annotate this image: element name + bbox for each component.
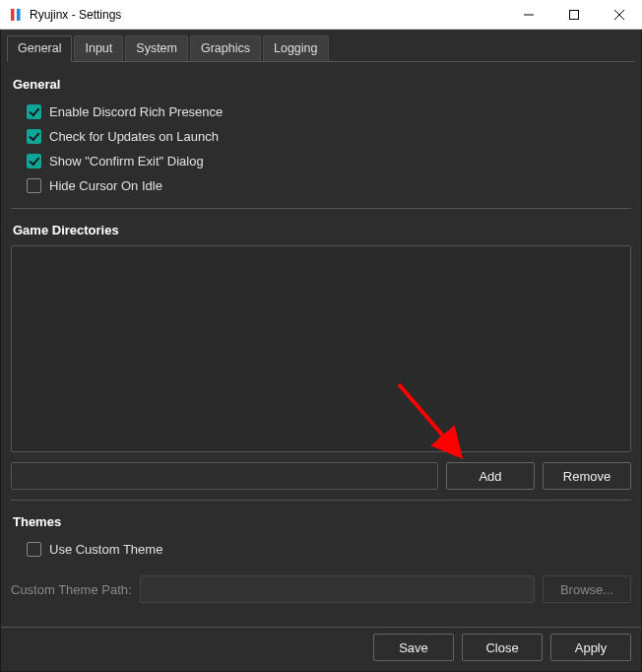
- checkbox-hide-cursor[interactable]: [27, 178, 41, 193]
- option-custom-theme-label: Use Custom Theme: [49, 542, 162, 557]
- add-button[interactable]: Add: [446, 462, 535, 490]
- checkbox-custom-theme[interactable]: [27, 542, 41, 557]
- checkbox-updates[interactable]: [27, 129, 41, 144]
- tab-logging[interactable]: Logging: [263, 35, 329, 62]
- tab-bar: General Input System Graphics Logging: [1, 30, 641, 62]
- option-updates[interactable]: Check for Updates on Launch: [27, 129, 631, 144]
- general-heading: General: [13, 77, 631, 92]
- option-hide-cursor[interactable]: Hide Cursor On Idle: [27, 178, 631, 193]
- option-custom-theme[interactable]: Use Custom Theme: [27, 542, 631, 557]
- browse-button: Browse...: [543, 575, 631, 603]
- tab-graphics[interactable]: Graphics: [190, 35, 261, 62]
- footer: Save Close Apply: [1, 627, 641, 671]
- svg-rect-0: [11, 9, 15, 21]
- titlebar: Ryujinx - Settings: [0, 0, 642, 30]
- option-confirm-exit-label: Show "Confirm Exit" Dialog: [49, 154, 204, 168]
- window-controls: [506, 0, 642, 29]
- window-body: General Input System Graphics Logging Ge…: [0, 30, 642, 672]
- maximize-button[interactable]: [551, 0, 597, 29]
- tab-general[interactable]: General: [7, 35, 72, 62]
- tab-system[interactable]: System: [125, 35, 188, 62]
- svg-rect-1: [17, 9, 21, 21]
- option-hide-cursor-label: Hide Cursor On Idle: [49, 178, 162, 193]
- theme-path-row: Custom Theme Path: Browse...: [11, 575, 631, 603]
- theme-path-label: Custom Theme Path:: [11, 582, 132, 597]
- svg-rect-3: [570, 10, 579, 19]
- divider: [11, 500, 631, 501]
- game-dir-input[interactable]: [11, 462, 438, 490]
- checkbox-confirm-exit[interactable]: [27, 154, 41, 168]
- option-confirm-exit[interactable]: Show "Confirm Exit" Dialog: [27, 154, 631, 168]
- game-dirs-list[interactable]: [11, 245, 631, 452]
- game-dirs-row: Add Remove: [11, 462, 631, 490]
- close-window-button[interactable]: [597, 0, 642, 29]
- close-button[interactable]: Close: [462, 634, 543, 661]
- divider: [11, 208, 631, 209]
- checkbox-discord[interactable]: [27, 104, 41, 119]
- tab-input[interactable]: Input: [74, 35, 123, 62]
- option-discord-label: Enable Discord Rich Presence: [49, 104, 223, 119]
- option-discord[interactable]: Enable Discord Rich Presence: [27, 104, 631, 119]
- save-button[interactable]: Save: [373, 634, 454, 661]
- game-dirs-heading: Game Directories: [13, 223, 631, 237]
- theme-path-input: [140, 575, 535, 603]
- app-icon: [8, 7, 24, 23]
- themes-heading: Themes: [13, 514, 631, 529]
- tab-content: General Enable Discord Rich Presence Che…: [1, 63, 641, 627]
- window-title: Ryujinx - Settings: [30, 8, 121, 22]
- minimize-button[interactable]: [506, 0, 551, 29]
- apply-button[interactable]: Apply: [550, 634, 631, 661]
- option-updates-label: Check for Updates on Launch: [49, 129, 219, 144]
- remove-button[interactable]: Remove: [543, 462, 631, 490]
